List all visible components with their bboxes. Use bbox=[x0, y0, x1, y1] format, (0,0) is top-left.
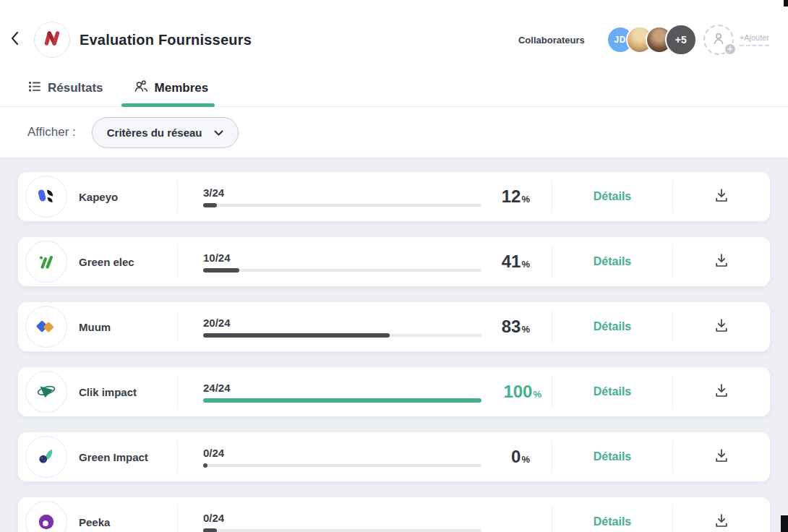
download-button[interactable] bbox=[673, 447, 770, 466]
back-button[interactable] bbox=[6, 30, 25, 49]
details-button[interactable]: Détails bbox=[594, 515, 631, 528]
details-cell: Détails bbox=[552, 190, 672, 203]
plus-badge-icon: + bbox=[724, 43, 737, 56]
supplier-logo bbox=[25, 306, 67, 348]
add-collaborator-link[interactable]: +Ajouter bbox=[740, 33, 769, 46]
supplier-identity: Kapeyo bbox=[18, 176, 177, 218]
progress-track bbox=[203, 399, 481, 402]
download-button[interactable] bbox=[673, 317, 770, 336]
download-button[interactable] bbox=[673, 512, 770, 531]
supplier-name: Kapeyo bbox=[79, 191, 118, 203]
progress-fill bbox=[203, 528, 217, 532]
details-cell: Détails bbox=[552, 255, 672, 268]
details-button[interactable]: Détails bbox=[594, 450, 631, 463]
download-button[interactable] bbox=[673, 382, 770, 401]
download-icon bbox=[714, 252, 729, 271]
supplier-row: Peeka 0/24 % Détails bbox=[18, 497, 770, 532]
score-label: 24/24 bbox=[203, 382, 481, 394]
supplier-logo bbox=[25, 371, 67, 413]
supplier-name: Green elec bbox=[79, 256, 134, 268]
progress-fill bbox=[203, 268, 239, 273]
score-label: 0/24 bbox=[203, 447, 481, 459]
progress-track bbox=[203, 529, 481, 532]
screen-edge-artifact-top bbox=[784, 0, 788, 7]
header-right: Collaborateurs JD +5 + +Ajouter bbox=[518, 24, 769, 56]
progress-track bbox=[203, 269, 481, 272]
person-icon bbox=[711, 31, 726, 48]
supplier-row: Green Impact 0/24 0 % Détails bbox=[18, 432, 770, 481]
supplier-logo bbox=[25, 241, 67, 283]
filter-dropdown[interactable]: Critères du réseau bbox=[92, 117, 239, 148]
percent-suffix: % bbox=[521, 454, 530, 465]
tab-resultats[interactable]: Résultats bbox=[27, 69, 103, 106]
details-button[interactable]: Détails bbox=[594, 190, 631, 202]
download-button[interactable] bbox=[673, 187, 770, 206]
progress-track bbox=[203, 334, 481, 337]
supplier-identity: Muum bbox=[18, 306, 177, 348]
download-button[interactable] bbox=[673, 252, 770, 271]
score-label: 20/24 bbox=[203, 317, 481, 329]
details-cell: Détails bbox=[552, 385, 672, 398]
red-n-logo-icon bbox=[41, 27, 63, 52]
tab-resultats-label: Résultats bbox=[48, 81, 103, 95]
chevron-left-icon bbox=[9, 30, 22, 49]
download-icon bbox=[714, 512, 729, 531]
percent-suffix: % bbox=[521, 259, 530, 270]
tab-bar: Résultats Membres bbox=[0, 69, 788, 107]
supplier-identity: Green elec bbox=[18, 241, 177, 283]
list-icon bbox=[27, 80, 41, 97]
details-cell: Détails bbox=[552, 320, 672, 333]
tab-membres-label: Membres bbox=[155, 81, 209, 95]
avatar-stack: JD +5 + +Ajouter bbox=[607, 24, 769, 56]
download-icon bbox=[714, 187, 729, 206]
avatar-overflow-count[interactable]: +5 bbox=[665, 24, 697, 56]
progress-cell: 20/24 bbox=[178, 317, 481, 337]
progress-cell: 0/24 bbox=[178, 512, 481, 532]
percent-value: 83 bbox=[502, 317, 521, 337]
percent-cell: 12 % bbox=[481, 186, 552, 207]
percent-cell: 41 % bbox=[481, 252, 552, 272]
percent-suffix: % bbox=[533, 389, 541, 400]
progress-fill bbox=[203, 333, 390, 338]
score-label: 0/24 bbox=[203, 512, 481, 524]
people-icon bbox=[134, 79, 148, 97]
percent-suffix: % bbox=[521, 194, 530, 205]
details-button[interactable]: Détails bbox=[594, 320, 631, 332]
progress-fill bbox=[203, 398, 481, 403]
supplier-logo bbox=[25, 501, 67, 532]
supplier-list: Kapeyo 3/24 12 % Détails bbox=[0, 158, 788, 532]
percent-cell: 83 % bbox=[481, 317, 552, 337]
score-label: 3/24 bbox=[203, 186, 481, 199]
supplier-name: Muum bbox=[79, 321, 111, 333]
tab-membres[interactable]: Membres bbox=[134, 69, 209, 106]
app-logo bbox=[34, 22, 70, 58]
percent-suffix: % bbox=[521, 324, 530, 335]
filter-dropdown-value: Critères du réseau bbox=[107, 126, 202, 139]
supplier-name: Clik impact bbox=[79, 386, 137, 398]
percent-value: 12 bbox=[502, 186, 521, 207]
progress-fill bbox=[203, 463, 207, 468]
progress-track bbox=[203, 204, 481, 207]
download-icon bbox=[714, 317, 729, 336]
progress-track bbox=[203, 464, 481, 467]
supplier-row: Muum 20/24 83 % Détails bbox=[18, 302, 770, 351]
invite-collaborator-button[interactable]: + bbox=[703, 25, 734, 55]
download-icon bbox=[714, 382, 729, 401]
header: Evaluation Fournisseurs Collaborateurs J… bbox=[0, 0, 788, 69]
filter-bar: Afficher : Critères du réseau bbox=[0, 107, 788, 158]
supplier-row: Green elec 10/24 41 % Détails bbox=[18, 237, 770, 286]
percent-cell: 0 % bbox=[481, 447, 552, 467]
progress-cell: 3/24 bbox=[178, 186, 481, 207]
chevron-down-icon bbox=[214, 126, 223, 139]
details-button[interactable]: Détails bbox=[594, 255, 631, 267]
progress-cell: 0/24 bbox=[178, 447, 481, 467]
progress-fill bbox=[203, 203, 217, 207]
collaborators-label: Collaborateurs bbox=[518, 35, 585, 46]
supplier-identity: Clik impact bbox=[18, 371, 177, 413]
download-icon bbox=[714, 447, 729, 466]
percent-value: 100 bbox=[503, 382, 532, 402]
details-button[interactable]: Détails bbox=[594, 385, 631, 398]
supplier-row: Clik impact 24/24 100 % Détails bbox=[18, 367, 770, 416]
header-left: Evaluation Fournisseurs bbox=[6, 22, 252, 58]
screen-edge-artifact-bottom bbox=[781, 515, 788, 532]
